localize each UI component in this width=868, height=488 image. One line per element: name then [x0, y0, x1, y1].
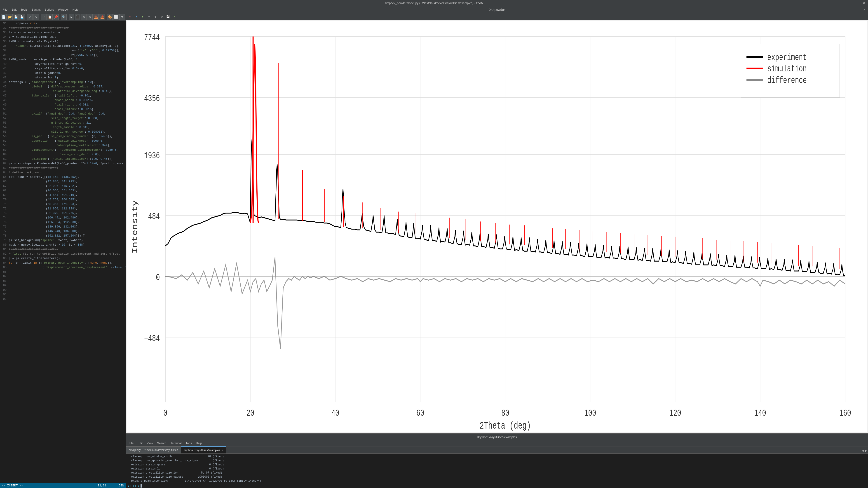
ipython-output[interactable]: classoptions_window_width: 20 (fixed) cl…: [126, 454, 868, 484]
svg-text:20: 20: [246, 408, 254, 419]
svg-text:Intensity: Intensity: [131, 200, 139, 254]
xu-powder-window: XU:powder × ⌂ ◀ ▶ + ✥ ⚙ 💾 ✓: [126, 6, 868, 434]
toolbar-load-session[interactable]: 📥: [93, 14, 99, 20]
plot-svg: 7744 4356 1936 484 0 −484 Intensity 0 20…: [127, 21, 867, 432]
ipython-title: IPython: xrayutilities/examples: [477, 435, 517, 439]
ipython-menubar: File Edit View Search Terminal Tabs Help: [126, 440, 868, 447]
vim-position: 31,31 52%: [98, 484, 124, 487]
output-line: emission_strain_lor: 0 (fixed): [128, 467, 866, 471]
toolbar-new[interactable]: 📄: [1, 14, 6, 20]
xu-zoom-in-btn[interactable]: +: [146, 14, 152, 20]
ipy-new-tab-btn[interactable]: ⊞: [862, 449, 864, 453]
svg-text:80: 80: [501, 408, 509, 419]
ipython-tabbar: dk@pinky: ~/Nextcloud/devel/xrayutilitie…: [126, 447, 868, 454]
ipy-menu-terminal[interactable]: Terminal: [169, 441, 183, 445]
right-panel: XU:powder × ⌂ ◀ ▶ + ✥ ⚙ 💾 ✓: [126, 6, 868, 488]
svg-text:4356: 4356: [144, 94, 160, 104]
svg-text:484: 484: [148, 212, 160, 222]
menu-edit[interactable]: Edit: [10, 7, 18, 12]
toolbar-paste[interactable]: 📌: [53, 14, 59, 20]
output-line: emission_crystallite_size_gauss: 1000000…: [128, 475, 866, 479]
xu-close-btn[interactable]: ×: [863, 8, 865, 12]
ipython-prompt: In [4]:: [128, 484, 139, 488]
menu-buffers[interactable]: Buffers: [43, 7, 56, 12]
vim-toolbar: 📄 📂 💾 💾 ↩ ↪ ✂ 📋 📌 🔍 ▶ ⬛ ⚙ $ 📥 📤: [0, 13, 126, 21]
tab-close-btn[interactable]: ×: [221, 449, 223, 452]
toolbar-find[interactable]: 🔍: [61, 14, 67, 20]
xu-check-btn[interactable]: ✓: [172, 14, 177, 20]
xu-toolbar: ⌂ ◀ ▶ + ✥ ⚙ 💾 ✓: [126, 13, 868, 20]
output-line: classoptions_gaussian_smoother_bins_sigm…: [128, 459, 866, 463]
svg-text:0: 0: [163, 408, 167, 419]
ipy-split-btn[interactable]: ▼: [865, 449, 867, 453]
xu-home-btn[interactable]: ⌂: [127, 14, 133, 20]
gvim-titlebar: simpack_powdermodel.py (~/Nextcloud/deve…: [0, 0, 868, 6]
svg-text:7744: 7744: [144, 33, 160, 43]
ipython-cursor[interactable]: [141, 484, 142, 488]
ipython-input-area: In [4]:: [126, 484, 868, 488]
toolbar-stop[interactable]: ⬛: [75, 14, 81, 20]
toolbar-copy[interactable]: 📋: [47, 14, 53, 20]
toolbar-save-session[interactable]: 📤: [99, 14, 105, 20]
ipy-menu-file[interactable]: File: [127, 441, 135, 445]
svg-text:simulation: simulation: [767, 64, 807, 74]
plot-area: 7744 4356 1936 484 0 −484 Intensity 0 20…: [127, 21, 867, 432]
xu-titlebar: XU:powder ×: [126, 6, 868, 13]
svg-text:0: 0: [156, 273, 160, 283]
ipython-close-btn[interactable]: ×: [864, 435, 865, 439]
output-line: emission_strain_gauss: 0 (fixed): [128, 463, 866, 467]
svg-text:40: 40: [332, 408, 339, 419]
code-area[interactable]: 3132333435363738394041424344454647484950…: [0, 21, 126, 483]
line-numbers: 3132333435363738394041424344454647484950…: [0, 21, 8, 483]
toolbar-toggle[interactable]: ⬜: [113, 14, 119, 20]
output-line: primary_beam_intensity: 1.4273e+06 +/- 1…: [128, 479, 866, 483]
gvim-title: simpack_powdermodel.py (~/Nextcloud/deve…: [384, 1, 484, 5]
svg-text:100: 100: [584, 408, 596, 419]
code-content[interactable]: unpack=True)############################…: [8, 21, 126, 483]
svg-text:160: 160: [839, 408, 851, 419]
ipython-panel: IPython: xrayutilities/examples × File E…: [126, 434, 868, 488]
toolbar-save[interactable]: 💾: [13, 14, 19, 20]
menu-file[interactable]: File: [1, 7, 9, 12]
xu-forward-btn[interactable]: ▶: [140, 14, 146, 20]
toolbar-make[interactable]: ⚙: [81, 14, 87, 20]
vim-mode: -- INSERT --: [2, 484, 23, 487]
toolbar-run[interactable]: ▶: [69, 14, 74, 20]
xu-back-btn[interactable]: ◀: [134, 14, 139, 20]
menu-window[interactable]: Window: [56, 7, 70, 12]
ipy-menu-edit[interactable]: Edit: [136, 441, 144, 445]
svg-text:experiment: experiment: [767, 53, 807, 63]
ipy-menu-view[interactable]: View: [145, 441, 155, 445]
ipy-menu-search[interactable]: Search: [155, 441, 168, 445]
vim-statusbar: -- INSERT -- 31,31 52%: [0, 483, 126, 488]
svg-text:60: 60: [416, 408, 424, 419]
toolbar-shell[interactable]: $: [87, 14, 93, 20]
svg-text:1936: 1936: [144, 151, 160, 161]
toolbar-cut[interactable]: ✂: [41, 14, 46, 20]
menu-tools[interactable]: Tools: [19, 7, 29, 12]
xu-save-btn[interactable]: 💾: [165, 14, 171, 20]
gvim-panel: File Edit Tools Syntax Buffers Window He…: [0, 6, 126, 488]
xu-title: XU:powder: [489, 8, 505, 11]
output-line: emission_crystallite_size_lor: 5e-07 (fi…: [128, 471, 866, 475]
ipy-menu-help[interactable]: Help: [194, 441, 204, 445]
output-line: classoptions_window_width: 20 (fixed): [128, 455, 866, 459]
svg-text:140: 140: [754, 408, 766, 419]
toolbar-redo[interactable]: ↪: [33, 14, 39, 20]
svg-text:−484: −484: [144, 333, 160, 344]
ipy-menu-tabs[interactable]: Tabs: [184, 441, 194, 445]
xu-config-btn[interactable]: ⚙: [159, 14, 164, 20]
xu-pan-btn[interactable]: ✥: [153, 14, 158, 20]
toolbar-undo[interactable]: ↩: [27, 14, 33, 20]
ipython-tab-ipy[interactable]: IPython: xrayutilities/examples ×: [181, 447, 226, 453]
toolbar-save-as[interactable]: 💾: [19, 14, 25, 20]
svg-text:difference: difference: [767, 75, 807, 86]
toolbar-open[interactable]: 📂: [7, 14, 13, 20]
gvim-close-btn[interactable]: ×: [863, 1, 865, 5]
menu-syntax[interactable]: Syntax: [30, 7, 42, 12]
svg-text:2Theta (deg): 2Theta (deg): [479, 420, 531, 431]
ipython-tab-dk[interactable]: dk@pinky: ~/Nextcloud/devel/xrayutilitie…: [126, 447, 181, 453]
toolbar-colors[interactable]: 🎨: [107, 14, 113, 20]
menu-help[interactable]: Help: [71, 7, 81, 12]
toolbar-dropdown[interactable]: ▼: [119, 14, 125, 20]
